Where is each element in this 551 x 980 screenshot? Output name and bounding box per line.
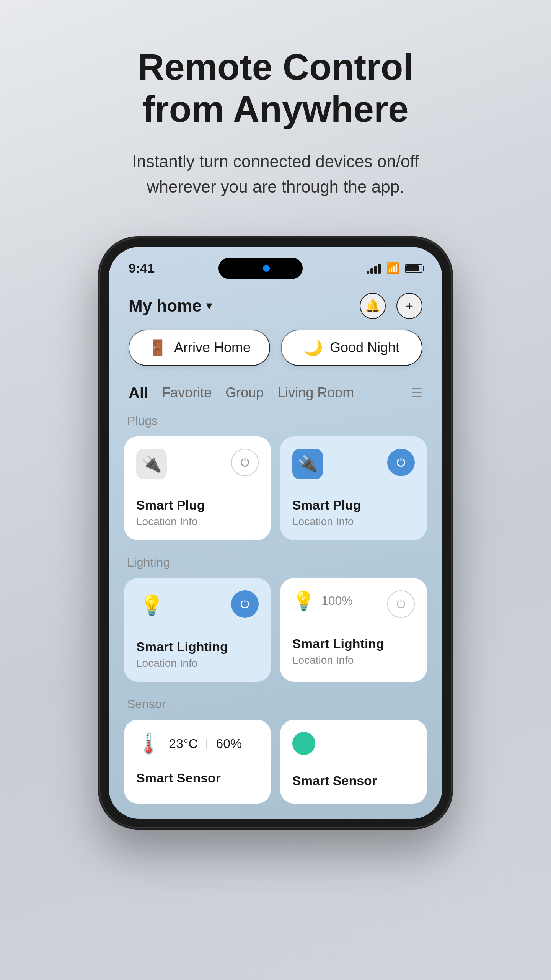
light-2-location: Location Info (292, 654, 415, 666)
tab-all[interactable]: All (129, 384, 148, 402)
phone-frame: 9:41 📶 My home ▾ (99, 238, 452, 828)
notification-button[interactable]: 🔔 (360, 293, 386, 319)
thermometer-icon: 🌡️ (136, 732, 161, 755)
scene-row: 🚪 Arrive Home 🌙 Good Night (109, 330, 442, 381)
chevron-down-icon: ▾ (206, 299, 212, 312)
good-night-label: Good Night (330, 340, 399, 356)
plug-2-location: Location Info (292, 516, 415, 528)
battery-icon (405, 264, 422, 273)
good-night-button[interactable]: 🌙 Good Night (281, 330, 422, 366)
signal-icon (367, 263, 381, 274)
tab-group[interactable]: Group (225, 385, 264, 401)
arrive-home-button[interactable]: 🚪 Arrive Home (129, 330, 270, 366)
status-icons: 📶 (367, 262, 422, 274)
plug-1-location: Location Info (136, 516, 259, 528)
filter-tabs: All Favorite Group Living Room ☰ (109, 381, 442, 414)
sensor-1-name: Smart Sensor (136, 771, 259, 786)
arrive-home-icon: 🚪 (148, 339, 167, 357)
plug-1-icon: 🔌 (136, 449, 167, 479)
section-sensor-label: Sensor (124, 697, 427, 711)
plug-2-name: Smart Plug (292, 498, 415, 513)
sensor-2-name: Smart Sensor (292, 773, 415, 788)
light-2-pct: 100% (321, 594, 353, 608)
device-card-light-1[interactable]: 💡 Smart Lighting Location Info (124, 578, 271, 682)
device-card-plug-2[interactable]: 🔌 Smart Plug Location Info (280, 436, 427, 540)
home-selector[interactable]: My home ▾ (129, 296, 212, 315)
good-night-icon: 🌙 (304, 339, 323, 357)
page-title: Remote Control from Anywhere (103, 46, 448, 131)
arrive-home-label: Arrive Home (174, 340, 251, 356)
status-time: 9:41 (129, 261, 155, 276)
wifi-icon: 📶 (386, 262, 399, 274)
app-header: My home ▾ 🔔 ＋ (109, 285, 442, 330)
light-2-power-button[interactable] (387, 590, 415, 618)
plugs-grid: 🔌 Smart Plug Location Info (124, 436, 427, 540)
page-subtitle: Instantly turn connected devices on/off … (111, 149, 440, 199)
devices-content: Plugs 🔌 Smart Plug (109, 414, 442, 804)
add-device-button[interactable]: ＋ (396, 293, 422, 319)
sensor-1-temp: 23°C (169, 736, 198, 751)
sensor-2-dot-icon (292, 732, 315, 755)
status-bar: 9:41 📶 (109, 247, 442, 285)
section-plugs-label: Plugs (124, 414, 427, 428)
light-1-location: Location Info (136, 657, 259, 670)
light-1-power-button[interactable] (231, 590, 259, 618)
dynamic-island (218, 258, 303, 279)
light-1-name: Smart Lighting (136, 639, 259, 654)
device-card-sensor-2[interactable]: Smart Sensor (280, 720, 427, 804)
phone-screen: 9:41 📶 My home ▾ (109, 247, 442, 819)
device-card-sensor-1[interactable]: 🌡️ 23°C | 60% Smart Sensor (124, 720, 271, 804)
home-name: My home (129, 296, 202, 315)
plug-2-power-button[interactable] (387, 449, 415, 476)
filter-menu-icon[interactable]: ☰ (411, 385, 422, 400)
device-card-light-2[interactable]: 💡 100% Smart Lighting Location Info (280, 578, 427, 682)
tab-living-room[interactable]: Living Room (277, 385, 354, 401)
section-lighting-label: Lighting (124, 555, 427, 570)
device-card-plug-1[interactable]: 🔌 Smart Plug Location Info (124, 436, 271, 540)
light-2-name: Smart Lighting (292, 636, 415, 651)
plug-1-power-button[interactable] (231, 449, 259, 476)
sensor-1-humidity: 60% (216, 736, 242, 751)
header-actions: 🔔 ＋ (360, 293, 422, 319)
dynamic-island-dot (263, 265, 270, 272)
lighting-grid: 💡 Smart Lighting Location Info (124, 578, 427, 682)
light-1-icon: 💡 (136, 590, 167, 621)
sensor-grid: 🌡️ 23°C | 60% Smart Sensor Smart Sensor (124, 720, 427, 804)
plug-1-name: Smart Plug (136, 498, 259, 513)
light-2-icon: 💡 (292, 590, 315, 612)
plug-2-icon: 🔌 (292, 449, 323, 479)
tab-favorite[interactable]: Favorite (162, 385, 212, 401)
